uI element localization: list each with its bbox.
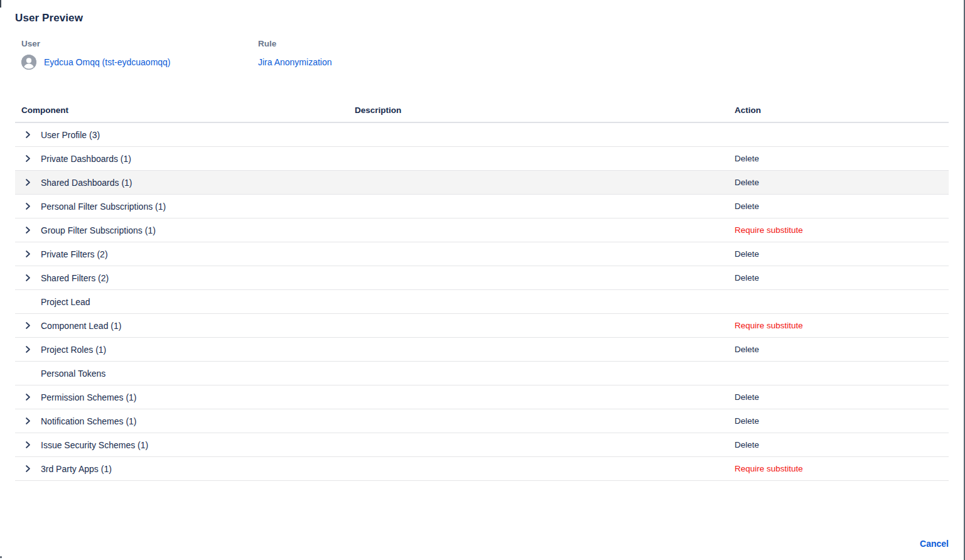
action-cell: Delete: [735, 440, 949, 450]
component-cell-label: 3rd Party Apps (1): [41, 464, 112, 474]
component-cell-label: Private Filters (2): [41, 249, 108, 259]
table-row[interactable]: Shared Dashboards (1) Delete: [15, 171, 949, 195]
table-row[interactable]: Group Filter Subscriptions (1) Require s…: [15, 218, 949, 242]
chevron-right-icon[interactable]: [23, 417, 32, 426]
table-row[interactable]: Notification Schemes (1) Delete: [15, 409, 949, 433]
table-row: Project Lead: [15, 290, 949, 314]
user-avatar-icon: [21, 55, 36, 70]
table-body: User Profile (3) Private Dashboards (1) …: [15, 123, 949, 481]
rule-label: Rule: [258, 39, 332, 48]
table-header-row: Component Description Action: [15, 98, 949, 123]
component-cell-label: Shared Dashboards (1): [41, 178, 132, 188]
user-label: User: [21, 39, 258, 48]
components-table: Component Description Action User Profil…: [15, 98, 949, 481]
table-row[interactable]: Permission Schemes (1) Delete: [15, 385, 949, 409]
action-cell: Delete: [735, 154, 949, 163]
action-cell: Require substitute: [735, 464, 949, 473]
table-row[interactable]: Private Filters (2) Delete: [15, 242, 949, 266]
meta-section: User Eydcua Omqq (tst-eydcuaomqq) Rule: [15, 39, 949, 70]
rule-link[interactable]: Jira Anonymization: [258, 57, 332, 67]
table-row[interactable]: Project Roles (1) Delete: [15, 338, 949, 362]
table-row[interactable]: Shared Filters (2) Delete: [15, 266, 949, 290]
component-cell-label: Private Dashboards (1): [41, 154, 131, 164]
action-cell: Delete: [735, 202, 949, 211]
action-cell: Delete: [735, 273, 949, 283]
component-cell-label: Shared Filters (2): [41, 273, 109, 283]
component-cell-label: Group Filter Subscriptions (1): [41, 225, 156, 235]
table-row[interactable]: Private Dashboards (1) Delete: [15, 147, 949, 171]
action-cell: Delete: [735, 416, 949, 426]
chevron-right-icon[interactable]: [23, 345, 32, 354]
action-cell: Delete: [735, 392, 949, 402]
chevron-right-icon[interactable]: [23, 154, 32, 163]
table-row[interactable]: Component Lead (1) Require substitute: [15, 314, 949, 338]
meta-rule: Rule Jira Anonymization: [258, 39, 332, 70]
chevron-right-icon[interactable]: [23, 274, 32, 283]
chevron-right-icon[interactable]: [23, 202, 32, 211]
component-cell-label: Personal Filter Subscriptions (1): [41, 202, 166, 212]
chevron-right-icon[interactable]: [23, 250, 32, 259]
component-cell-label: Project Lead: [41, 297, 90, 307]
column-header-action: Action: [735, 105, 949, 115]
action-cell: Delete: [735, 178, 949, 187]
table-row[interactable]: Personal Filter Subscriptions (1) Delete: [15, 195, 949, 218]
chevron-right-icon[interactable]: [23, 321, 32, 330]
chevron-right-icon[interactable]: [23, 465, 32, 473]
component-cell-label: User Profile (3): [41, 130, 100, 140]
component-cell-label: Personal Tokens: [41, 369, 105, 379]
action-cell: Delete: [735, 345, 949, 354]
chevron-right-icon[interactable]: [23, 441, 32, 450]
window-edge-bottomleft: [0, 556, 2, 558]
table-row: Personal Tokens: [15, 362, 949, 385]
table-row[interactable]: Issue Security Schemes (1) Delete: [15, 433, 949, 457]
component-cell-label: Notification Schemes (1): [41, 416, 137, 426]
action-cell: Require substitute: [735, 225, 949, 235]
chevron-right-icon[interactable]: [23, 178, 32, 187]
table-row[interactable]: User Profile (3): [15, 123, 949, 147]
table-row[interactable]: 3rd Party Apps (1) Require substitute: [15, 457, 949, 481]
column-header-component: Component: [15, 105, 355, 115]
component-cell-label: Component Lead (1): [41, 321, 121, 331]
page-title: User Preview: [15, 0, 949, 24]
meta-user: User Eydcua Omqq (tst-eydcuaomqq): [15, 39, 258, 70]
cancel-button[interactable]: Cancel: [920, 539, 949, 549]
chevron-right-icon[interactable]: [23, 131, 32, 139]
chevron-right-icon[interactable]: [23, 226, 32, 235]
window-edge-topleft: [0, 0, 1, 8]
column-header-description: Description: [355, 105, 735, 115]
action-cell: Require substitute: [735, 321, 949, 330]
chevron-right-icon[interactable]: [23, 393, 32, 402]
user-preview-dialog: User Preview User Eydcua Omqq (tst-eydcu…: [0, 0, 965, 560]
user-link[interactable]: Eydcua Omqq (tst-eydcuaomqq): [44, 57, 171, 67]
component-cell-label: Project Roles (1): [41, 345, 106, 355]
action-cell: Delete: [735, 249, 949, 259]
component-cell-label: Permission Schemes (1): [41, 392, 137, 402]
component-cell-label: Issue Security Schemes (1): [41, 440, 148, 450]
